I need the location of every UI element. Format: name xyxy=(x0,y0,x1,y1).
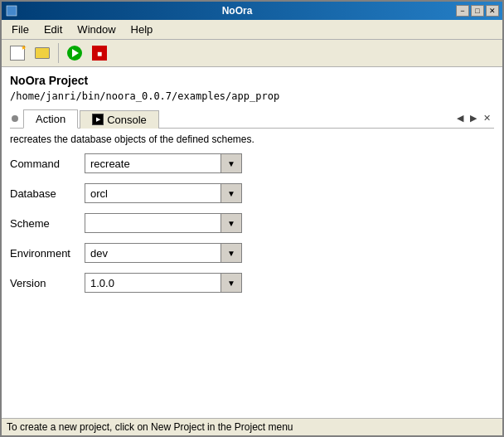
main-window: NoOra − □ ✕ File Edit Window Help NoOra … xyxy=(0,0,504,437)
tab-console[interactable]: Console xyxy=(80,110,159,129)
menu-edit[interactable]: Edit xyxy=(37,22,69,37)
scheme-label: Scheme xyxy=(10,217,85,230)
minimize-button[interactable]: − xyxy=(456,5,469,17)
environment-select-wrapper: dev test prod ▼ xyxy=(85,243,242,263)
tab-console-label: Console xyxy=(107,114,147,126)
scheme-select-wrapper: ▼ xyxy=(85,213,242,233)
close-button[interactable]: ✕ xyxy=(486,5,499,17)
toolbar xyxy=(2,40,502,67)
toolbar-separator xyxy=(58,43,59,63)
project-path: /home/janri/bin/noora_0.0.7/examples/app… xyxy=(10,90,494,102)
console-icon xyxy=(92,114,104,125)
version-select-wrapper: 1.0.0 1.0.1 2.0.0 ▼ xyxy=(85,273,242,293)
svg-rect-0 xyxy=(7,6,17,16)
tab-next-button[interactable]: ▶ xyxy=(468,113,478,124)
status-bar: To create a new project, click on New Pr… xyxy=(2,418,502,435)
open-icon xyxy=(35,47,50,59)
tab-action[interactable]: Action xyxy=(23,109,78,129)
new-icon xyxy=(10,46,25,61)
database-label: Database xyxy=(10,187,85,200)
menu-file[interactable]: File xyxy=(5,22,36,37)
menu-help[interactable]: Help xyxy=(124,22,160,37)
run-icon xyxy=(67,46,82,61)
content-area: NoOra Project /home/janri/bin/noora_0.0.… xyxy=(2,67,502,418)
status-text: To create a new project, click on New Pr… xyxy=(7,421,293,433)
title-bar: NoOra − □ ✕ xyxy=(2,2,502,20)
command-row: Command recreate create drop reset ▼ xyxy=(10,153,494,173)
app-icon xyxy=(5,4,18,17)
tab-action-label: Action xyxy=(36,113,65,125)
menu-window[interactable]: Window xyxy=(70,22,122,37)
form-description: recreates the database objects of the de… xyxy=(10,134,494,145)
environment-select[interactable]: dev test prod xyxy=(85,243,242,263)
tab-indicator-dot xyxy=(12,115,18,122)
scheme-row: Scheme ▼ xyxy=(10,213,494,233)
command-select-wrapper: recreate create drop reset ▼ xyxy=(85,153,242,173)
window-title: NoOra xyxy=(18,5,456,17)
database-select[interactable]: orcl dev test xyxy=(85,183,242,203)
project-title: NoOra Project xyxy=(10,74,494,87)
stop-button[interactable] xyxy=(89,42,110,64)
maximize-button[interactable]: □ xyxy=(471,5,484,17)
database-select-wrapper: orcl dev test ▼ xyxy=(85,183,242,203)
new-button[interactable] xyxy=(7,42,28,64)
version-row: Version 1.0.0 1.0.1 2.0.0 ▼ xyxy=(10,273,494,293)
version-label: Version xyxy=(10,277,85,289)
menubar: File Edit Window Help xyxy=(2,20,502,40)
tab-close-button[interactable]: ✕ xyxy=(482,113,492,124)
command-label: Command xyxy=(10,158,85,170)
environment-label: Environment xyxy=(10,247,85,260)
tab-navigation: ◀ ▶ ✕ xyxy=(455,113,494,124)
run-button[interactable] xyxy=(64,42,85,64)
stop-icon xyxy=(92,46,107,61)
tab-prev-button[interactable]: ◀ xyxy=(455,113,465,124)
command-select[interactable]: recreate create drop reset xyxy=(85,153,242,173)
version-select[interactable]: 1.0.0 1.0.1 2.0.0 xyxy=(85,273,242,293)
window-controls: − □ ✕ xyxy=(456,5,499,17)
tabs-bar: Action Console ◀ ▶ ✕ xyxy=(10,109,494,129)
open-button[interactable] xyxy=(32,42,53,64)
environment-row: Environment dev test prod ▼ xyxy=(10,243,494,263)
database-row: Database orcl dev test ▼ xyxy=(10,183,494,203)
scheme-select[interactable] xyxy=(85,213,242,233)
